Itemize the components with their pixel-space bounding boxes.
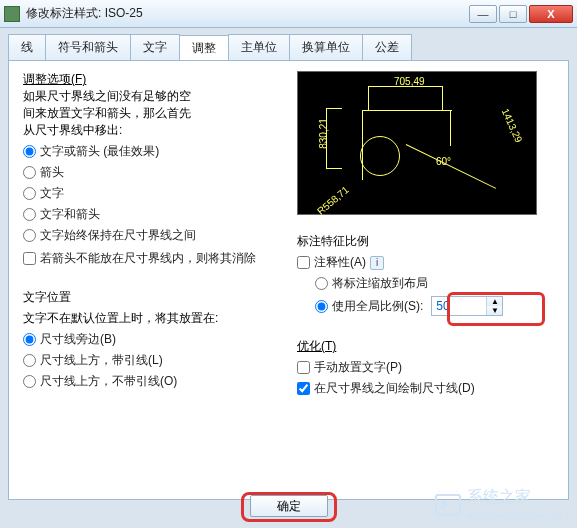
scale-group: 标注特征比例 注释性(A) i 将标注缩放到布局 使用全局比例(S): ▲ ▼ xyxy=(297,233,547,320)
textpos-desc: 文字不在默认位置上时，将其放置在: xyxy=(23,310,283,327)
app-icon xyxy=(4,6,20,22)
dim-r558: R558,71 xyxy=(315,184,351,217)
annotative-check[interactable]: 注释性(A) i xyxy=(297,254,547,271)
textpos-opt-beside[interactable]: 尺寸线旁边(B) xyxy=(23,331,283,348)
textpos-opt-over-noleader[interactable]: 尺寸线上方，不带引线(O) xyxy=(23,373,283,390)
maximize-button[interactable]: □ xyxy=(499,5,527,23)
tab-symbols[interactable]: 符号和箭头 xyxy=(45,34,131,60)
text-placement-group: 文字位置 文字不在默认位置上时，将其放置在: 尺寸线旁边(B) 尺寸线上方，带引… xyxy=(23,289,283,394)
main-panel: 调整选项(F) 如果尺寸界线之间没有足够的空 间来放置文字和箭头，那么首先 从尺… xyxy=(8,60,569,500)
tab-bar: 线 符号和箭头 文字 调整 主单位 换算单位 公差 xyxy=(8,34,577,60)
title-bar: 修改标注样式: ISO-25 — □ X xyxy=(0,0,577,28)
tab-text[interactable]: 文字 xyxy=(130,34,180,60)
fit-options-group: 调整选项(F) 如果尺寸界线之间没有足够的空 间来放置文字和箭头，那么首先 从尺… xyxy=(23,71,283,271)
window-title: 修改标注样式: ISO-25 xyxy=(26,5,469,22)
fit-legend: 调整选项(F) xyxy=(23,72,86,86)
watermark-url: WUHONGZHIDA.NET xyxy=(467,511,572,521)
scale-global-label: 使用全局比例(S): xyxy=(332,298,423,315)
fit-desc: 如果尺寸界线之间没有足够的空 间来放置文字和箭头，那么首先 从尺寸界线中移出: xyxy=(23,88,283,139)
tab-primary-units[interactable]: 主单位 xyxy=(228,34,290,60)
manual-place-check[interactable]: 手动放置文字(P) xyxy=(297,359,547,376)
fit-opt-arrows[interactable]: 箭头 xyxy=(23,164,283,181)
optimize-group: 优化(T) 手动放置文字(P) 在尺寸界线之间绘制尺寸线(D) xyxy=(297,338,547,401)
scale-legend: 标注特征比例 xyxy=(297,233,547,250)
watermark: 系统之家 WUHONGZHIDA.NET xyxy=(435,487,572,522)
window-controls: — □ X xyxy=(469,5,573,23)
highlight-ok xyxy=(241,492,337,522)
preview-pane: 705,49 830,21 1413,29 60° R558,71 xyxy=(297,71,537,215)
close-button[interactable]: X xyxy=(529,5,573,23)
fit-opt-either[interactable]: 文字或箭头 (最佳效果) xyxy=(23,143,283,160)
draw-dimline-check[interactable]: 在尺寸界线之间绘制尺寸线(D) xyxy=(297,380,547,397)
scale-layout-radio[interactable]: 将标注缩放到布局 xyxy=(315,275,547,292)
minimize-button[interactable]: — xyxy=(469,5,497,23)
scale-global-radio[interactable] xyxy=(315,300,328,313)
dim-1413: 1413,29 xyxy=(500,107,525,145)
textpos-legend: 文字位置 xyxy=(23,289,283,306)
tab-fit[interactable]: 调整 xyxy=(179,35,229,61)
highlight-scale xyxy=(447,292,545,326)
fit-suppress-arrows-check[interactable]: 若箭头不能放在尺寸界线内，则将其消除 xyxy=(23,250,283,267)
optimize-legend: 优化(T) xyxy=(297,339,336,353)
tab-tolerance[interactable]: 公差 xyxy=(362,34,412,60)
info-icon[interactable]: i xyxy=(370,256,384,270)
watermark-logo-icon xyxy=(435,494,461,516)
fit-opt-both[interactable]: 文字和箭头 xyxy=(23,206,283,223)
fit-opt-text[interactable]: 文字 xyxy=(23,185,283,202)
dim-830: 830,21 xyxy=(318,118,329,149)
fit-opt-keep[interactable]: 文字始终保持在尺寸界线之间 xyxy=(23,227,283,244)
watermark-text: 系统之家 xyxy=(467,488,531,505)
tab-alt-units[interactable]: 换算单位 xyxy=(289,34,363,60)
tab-lines[interactable]: 线 xyxy=(8,34,46,60)
textpos-opt-over-leader[interactable]: 尺寸线上方，带引线(L) xyxy=(23,352,283,369)
